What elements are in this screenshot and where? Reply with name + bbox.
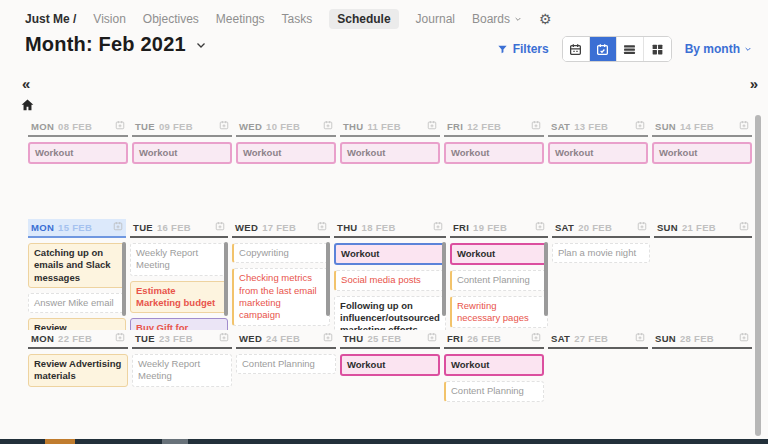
day-column: FRI26 FEBWorkoutContent Planning	[444, 330, 544, 407]
day-of-week-label: TUE	[133, 222, 153, 233]
add-event-icon[interactable]	[535, 221, 545, 231]
schedule-card[interactable]: Answer Mike email	[28, 293, 126, 313]
schedule-card[interactable]: Plan a movie night	[552, 243, 650, 263]
schedule-card[interactable]: Estimate Marketing budget	[130, 281, 228, 314]
schedule-card[interactable]: Workout	[450, 243, 548, 265]
day-of-week-label: SAT	[555, 222, 574, 233]
day-date-label: 08 FEB	[58, 121, 92, 132]
day-column: SAT27 FEB	[548, 330, 648, 407]
day-column: SUN21 FEB	[654, 219, 752, 330]
column-scrollbar[interactable]	[122, 242, 126, 316]
add-event-icon[interactable]	[739, 332, 749, 342]
calendar-grid: MON08 FEBWorkoutTUE09 FEBWorkoutWED10 FE…	[28, 0, 752, 444]
add-event-icon[interactable]	[433, 221, 443, 231]
schedule-card[interactable]: Buy Gift for Anniversary	[130, 318, 228, 330]
day-header: FRI19 FEB	[450, 219, 548, 238]
day-header: FRI12 FEB	[444, 118, 544, 137]
add-event-icon[interactable]	[113, 221, 123, 231]
week-row-1: MON08 FEBWorkoutTUE09 FEBWorkoutWED10 FE…	[28, 118, 752, 169]
day-of-week-label: SAT	[551, 121, 570, 132]
day-header: WED10 FEB	[236, 118, 336, 137]
add-event-icon[interactable]	[635, 332, 645, 342]
add-event-icon[interactable]	[317, 221, 327, 231]
day-column: WED10 FEBWorkout	[236, 118, 336, 169]
day-date-label: 27 FEB	[574, 333, 608, 344]
schedule-card[interactable]: Workout	[28, 142, 128, 164]
schedule-card[interactable]: Content Planning	[444, 381, 544, 401]
day-column: THU18 FEBWorkoutSocial media postsFollow…	[334, 219, 446, 330]
add-event-icon[interactable]	[115, 332, 125, 342]
day-column: FRI12 FEBWorkout	[444, 118, 544, 169]
schedule-card[interactable]: Workout	[132, 142, 232, 164]
schedule-card[interactable]: Workout	[340, 354, 440, 376]
day-of-week-label: TUE	[135, 333, 155, 344]
day-of-week-label: THU	[343, 121, 363, 132]
day-cards: Weekly Report Meeting	[132, 349, 232, 387]
add-event-icon[interactable]	[739, 120, 749, 130]
schedule-card[interactable]: Review Advertising materials	[28, 318, 126, 330]
taskbar	[0, 439, 768, 444]
schedule-card[interactable]: Content Planning	[236, 354, 336, 374]
schedule-card[interactable]: Social media posts	[334, 270, 446, 290]
schedule-card[interactable]: Content Planning	[450, 270, 548, 290]
day-of-week-label: MON	[31, 222, 54, 233]
schedule-card[interactable]: Workout	[548, 142, 648, 164]
taskbar-segment-1	[45, 439, 75, 444]
schedule-card[interactable]: Workout	[340, 142, 440, 164]
schedule-card[interactable]: Review Advertising materials	[28, 354, 128, 387]
column-scrollbar[interactable]	[326, 242, 330, 316]
add-event-icon[interactable]	[427, 120, 437, 130]
schedule-card[interactable]: Workout	[334, 243, 446, 265]
schedule-card[interactable]: Checking metrics from the last email mar…	[232, 268, 330, 325]
schedule-card[interactable]: Catching up on emails and Slack messages	[28, 243, 126, 288]
day-date-label: 25 FEB	[367, 333, 401, 344]
day-of-week-label: FRI	[447, 333, 463, 344]
schedule-card[interactable]: Workout	[444, 354, 544, 376]
day-of-week-label: FRI	[447, 121, 463, 132]
schedule-card[interactable]: Following up on influencer/outsourced ma…	[334, 296, 446, 330]
day-of-week-label: WED	[235, 222, 258, 233]
day-cards: Review Advertising materials	[28, 349, 128, 387]
schedule-card[interactable]: Weekly Report Meeting	[132, 354, 232, 387]
add-event-icon[interactable]	[215, 221, 225, 231]
day-of-week-label: SUN	[655, 121, 676, 132]
schedule-card[interactable]: Rewriting necessary pages	[450, 296, 548, 329]
add-event-icon[interactable]	[323, 120, 333, 130]
schedule-card[interactable]: Weekly Report Meeting	[130, 243, 228, 276]
day-date-label: 21 FEB	[682, 222, 716, 233]
column-scrollbar[interactable]	[224, 242, 228, 316]
schedule-card[interactable]: Workout	[652, 142, 752, 164]
add-event-icon[interactable]	[739, 221, 749, 231]
schedule-card[interactable]: Copywriting	[232, 243, 330, 263]
day-cards: WorkoutContent Planning	[444, 349, 544, 402]
day-cards: Workout	[28, 137, 128, 164]
schedule-card[interactable]: Workout	[444, 142, 544, 164]
schedule-card[interactable]: Workout	[236, 142, 336, 164]
day-date-label: 20 FEB	[578, 222, 612, 233]
day-header: TUE23 FEB	[132, 330, 232, 349]
day-of-week-label: SUN	[655, 333, 676, 344]
add-event-icon[interactable]	[637, 221, 647, 231]
day-header: SAT13 FEB	[548, 118, 648, 137]
day-header: SAT20 FEB	[552, 219, 650, 238]
column-scrollbar[interactable]	[544, 242, 548, 316]
day-cards	[548, 349, 648, 354]
page-scrollbar[interactable]	[755, 115, 761, 436]
add-event-icon[interactable]	[531, 332, 541, 342]
day-of-week-label: FRI	[453, 222, 469, 233]
day-of-week-label: MON	[31, 333, 54, 344]
add-event-icon[interactable]	[635, 120, 645, 130]
add-event-icon[interactable]	[531, 120, 541, 130]
add-event-icon[interactable]	[115, 120, 125, 130]
column-scrollbar[interactable]	[442, 242, 446, 316]
add-event-icon[interactable]	[427, 332, 437, 342]
add-event-icon[interactable]	[219, 120, 229, 130]
add-event-icon[interactable]	[219, 332, 229, 342]
day-of-week-label: MON	[31, 121, 54, 132]
day-date-label: 22 FEB	[58, 333, 92, 344]
day-cards: Workout	[236, 137, 336, 164]
day-header: SUN21 FEB	[654, 219, 752, 238]
day-date-label: 15 FEB	[58, 222, 92, 233]
add-event-icon[interactable]	[323, 332, 333, 342]
day-cards: Plan a movie night	[552, 238, 650, 330]
